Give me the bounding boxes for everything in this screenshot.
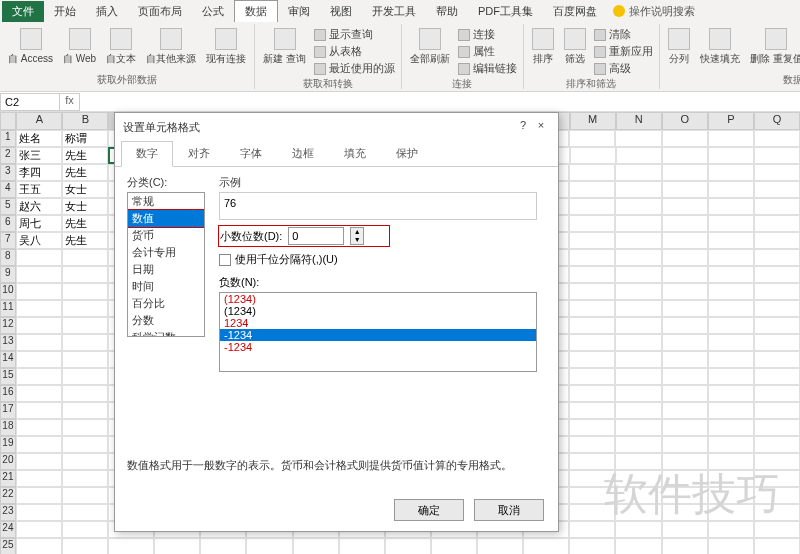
cell[interactable] <box>662 317 708 334</box>
col-header-O[interactable]: O <box>662 112 708 130</box>
tab-pdf[interactable]: PDF工具集 <box>468 1 543 22</box>
cell[interactable] <box>615 368 661 385</box>
cell[interactable] <box>615 181 661 198</box>
spin-up-icon[interactable]: ▲ <box>351 228 363 236</box>
cell[interactable] <box>662 436 708 453</box>
cell[interactable] <box>569 334 615 351</box>
cell[interactable] <box>615 266 661 283</box>
cell[interactable] <box>615 334 661 351</box>
cell[interactable] <box>523 538 569 554</box>
cell[interactable] <box>16 487 62 504</box>
cell[interactable] <box>16 521 62 538</box>
cell[interactable] <box>62 266 108 283</box>
cell[interactable] <box>754 521 800 538</box>
cell[interactable] <box>615 538 661 554</box>
cell[interactable] <box>62 402 108 419</box>
tell-me[interactable]: 操作说明搜索 <box>613 4 695 19</box>
row-header[interactable]: 9 <box>0 266 16 283</box>
cell[interactable] <box>16 436 62 453</box>
category-item[interactable]: 数值 <box>128 210 204 227</box>
cell[interactable] <box>754 317 800 334</box>
cell[interactable]: 李四 <box>16 164 62 181</box>
btn-from-access[interactable]: 自 Access <box>6 26 55 68</box>
cell[interactable] <box>754 334 800 351</box>
tab-insert[interactable]: 插入 <box>86 1 128 22</box>
btn-existing-conn[interactable]: 现有连接 <box>204 26 248 68</box>
cell[interactable] <box>569 300 615 317</box>
cell[interactable] <box>569 351 615 368</box>
cell[interactable] <box>569 453 615 470</box>
cell[interactable] <box>16 351 62 368</box>
row-header[interactable]: 8 <box>0 249 16 266</box>
cell[interactable] <box>569 232 615 249</box>
cell[interactable] <box>754 147 800 164</box>
row-header[interactable]: 25 <box>0 538 16 554</box>
cell[interactable]: 周七 <box>16 215 62 232</box>
col-header-M[interactable]: M <box>570 112 616 130</box>
category-item[interactable]: 时间 <box>128 278 204 295</box>
category-item[interactable]: 日期 <box>128 261 204 278</box>
col-header-N[interactable]: N <box>616 112 662 130</box>
cell[interactable] <box>662 453 708 470</box>
cell[interactable]: 女士 <box>62 181 108 198</box>
cell[interactable] <box>62 419 108 436</box>
cell[interactable] <box>708 419 754 436</box>
ok-button[interactable]: 确定 <box>394 499 464 521</box>
cell[interactable] <box>708 198 754 215</box>
btn-remove-dupes[interactable]: 删除 重复值 <box>748 26 800 68</box>
cell[interactable] <box>754 504 800 521</box>
cell[interactable] <box>569 317 615 334</box>
cell[interactable] <box>569 419 615 436</box>
cell[interactable] <box>62 368 108 385</box>
cell[interactable] <box>662 419 708 436</box>
cell[interactable]: 先生 <box>62 215 108 232</box>
cell[interactable] <box>615 249 661 266</box>
select-all[interactable] <box>0 112 16 130</box>
cell[interactable] <box>16 470 62 487</box>
cell[interactable] <box>615 385 661 402</box>
cell[interactable] <box>16 402 62 419</box>
cell[interactable] <box>16 300 62 317</box>
cell[interactable] <box>708 436 754 453</box>
col-header-A[interactable]: A <box>16 112 62 130</box>
cell[interactable] <box>708 351 754 368</box>
row-header[interactable]: 7 <box>0 232 16 249</box>
cell[interactable] <box>754 283 800 300</box>
cell[interactable] <box>708 266 754 283</box>
cell[interactable] <box>569 164 615 181</box>
decimal-input[interactable] <box>288 227 344 245</box>
cell[interactable] <box>569 521 615 538</box>
cell[interactable] <box>16 368 62 385</box>
cell[interactable] <box>754 351 800 368</box>
cell[interactable] <box>708 249 754 266</box>
help-button[interactable]: ? <box>514 119 532 135</box>
row-header[interactable]: 18 <box>0 419 16 436</box>
category-item[interactable]: 科学记数 <box>128 329 204 337</box>
category-item[interactable]: 常规 <box>128 193 204 210</box>
cell[interactable]: 王五 <box>16 181 62 198</box>
negative-item[interactable]: 1234 <box>220 317 536 329</box>
cell[interactable] <box>662 470 708 487</box>
cell[interactable] <box>569 249 615 266</box>
tab-view[interactable]: 视图 <box>320 1 362 22</box>
row-header[interactable]: 12 <box>0 317 16 334</box>
cell[interactable] <box>569 470 615 487</box>
negative-item[interactable]: (1234) <box>220 305 536 317</box>
cell[interactable] <box>569 504 615 521</box>
cell[interactable] <box>62 453 108 470</box>
negative-list[interactable]: (1234)(1234)1234-1234-1234 <box>219 292 537 372</box>
cell[interactable] <box>615 283 661 300</box>
cell[interactable] <box>62 538 108 554</box>
cell[interactable] <box>615 521 661 538</box>
tab-start[interactable]: 开始 <box>44 1 86 22</box>
btn-reapply[interactable]: 重新应用 <box>594 43 653 60</box>
cell[interactable] <box>16 385 62 402</box>
cell[interactable] <box>754 368 800 385</box>
cell[interactable]: 先生 <box>62 164 108 181</box>
cell[interactable] <box>708 504 754 521</box>
cell[interactable] <box>754 232 800 249</box>
spin-down-icon[interactable]: ▼ <box>351 236 363 244</box>
cell[interactable] <box>16 283 62 300</box>
cell[interactable] <box>570 147 616 164</box>
btn-from-web[interactable]: 自 Web <box>61 26 98 68</box>
